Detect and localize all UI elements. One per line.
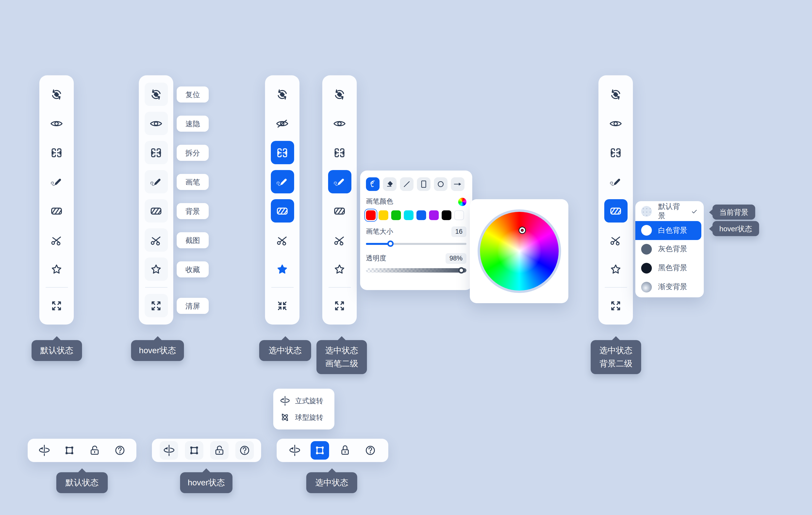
background-button[interactable] xyxy=(45,199,68,222)
menu-item-white-background[interactable]: 白色背景 xyxy=(635,221,701,240)
tool-rectangle[interactable] xyxy=(417,177,431,191)
brush-size-slider[interactable] xyxy=(366,241,466,247)
lock-button[interactable] xyxy=(336,441,354,460)
swatch-white[interactable] xyxy=(454,210,464,220)
tooltip-brush: 画笔 xyxy=(177,174,209,190)
reset-button[interactable] xyxy=(604,83,627,106)
lock-button[interactable] xyxy=(210,441,228,460)
split-button[interactable] xyxy=(144,141,168,164)
tool-arrow[interactable] xyxy=(451,177,464,191)
clear-screen-button[interactable] xyxy=(604,294,627,317)
swatch-red[interactable] xyxy=(366,210,376,220)
quick-hide-button[interactable] xyxy=(45,112,68,135)
tool-ellipse[interactable] xyxy=(434,177,447,191)
screenshot-button[interactable] xyxy=(328,228,351,252)
reset-icon xyxy=(275,87,290,102)
help-button[interactable] xyxy=(111,441,129,460)
eraser-icon xyxy=(384,179,395,189)
menu-item-default-background[interactable]: 默认背景 xyxy=(635,202,704,221)
opacity-slider[interactable] xyxy=(366,267,466,274)
brush-button[interactable] xyxy=(270,170,294,193)
brush-settings-panel: 画笔颜色 画笔大小 16 透明度 98% xyxy=(360,170,472,290)
split-button[interactable] xyxy=(270,141,294,164)
screenshot-button[interactable] xyxy=(45,228,68,252)
brush-icon xyxy=(148,174,164,189)
menu-item-black-background[interactable]: 黑色背景 xyxy=(635,259,704,278)
brush-button[interactable] xyxy=(144,170,168,193)
swatch-green[interactable] xyxy=(391,210,401,220)
brush-button[interactable] xyxy=(328,170,351,193)
split-button[interactable] xyxy=(328,141,351,164)
menu-item-sphere-rotation[interactable]: 球型旋转 xyxy=(279,409,328,426)
favorite-button[interactable] xyxy=(144,258,168,281)
color-wheel[interactable] xyxy=(477,209,561,293)
bottom-toolbar-default xyxy=(28,439,136,462)
side-toolbar-background-level2 xyxy=(599,75,633,325)
frame-button[interactable] xyxy=(311,441,329,460)
screenshot-button[interactable] xyxy=(604,228,627,252)
color-wheel-selector[interactable] xyxy=(519,227,525,233)
quick-hide-button[interactable] xyxy=(328,112,351,135)
split-button[interactable] xyxy=(45,141,68,164)
background-button[interactable] xyxy=(270,199,294,222)
background-menu: 默认背景 白色背景 灰色背景 黑色背景 渐变背景 xyxy=(635,201,704,297)
rotate-button[interactable] xyxy=(285,441,304,460)
swatch-black[interactable] xyxy=(442,210,452,220)
brush-size-slider-thumb[interactable] xyxy=(387,241,394,247)
tool-pen[interactable] xyxy=(366,177,380,191)
swatch-blue[interactable] xyxy=(416,210,426,220)
screenshot-button[interactable] xyxy=(270,228,294,252)
color-wheel-icon[interactable] xyxy=(458,197,466,206)
favorite-button[interactable] xyxy=(328,258,351,281)
tool-eraser[interactable] xyxy=(383,177,397,191)
help-button[interactable] xyxy=(235,441,254,460)
background-icon xyxy=(608,203,623,218)
brush-size-label: 画笔大小 xyxy=(366,227,393,236)
menu-item-vertical-rotation[interactable]: 立式旋转 xyxy=(279,392,328,409)
brush-button[interactable] xyxy=(45,170,68,193)
side-toolbar-brush-level2 xyxy=(322,75,357,325)
tool-line[interactable] xyxy=(400,177,413,191)
clear-screen-button[interactable] xyxy=(328,294,351,317)
reset-button[interactable] xyxy=(144,83,168,106)
menu-item-label: 灰色背景 xyxy=(658,245,687,254)
clear-screen-button[interactable] xyxy=(144,294,168,317)
quick-hide-button[interactable] xyxy=(270,112,294,135)
frame-button[interactable] xyxy=(185,441,203,460)
opacity-slider-thumb[interactable] xyxy=(458,267,464,274)
reset-button[interactable] xyxy=(328,83,351,106)
clear-screen-button[interactable] xyxy=(45,294,68,317)
sphere-rotation-icon xyxy=(279,411,291,423)
circle-icon xyxy=(435,179,446,189)
bottom-toolbar-hover xyxy=(152,439,261,462)
background-button[interactable] xyxy=(328,199,351,222)
screenshot-button[interactable] xyxy=(144,228,168,252)
swatch-cyan[interactable] xyxy=(404,210,413,220)
bottom-toolbar-selected xyxy=(277,439,388,462)
background-button[interactable] xyxy=(144,199,168,222)
lock-button[interactable] xyxy=(85,441,104,460)
collapse-icon xyxy=(275,298,290,313)
help-button[interactable] xyxy=(361,441,380,460)
brush-button[interactable] xyxy=(604,170,627,193)
split-button[interactable] xyxy=(604,141,627,164)
favorite-button[interactable] xyxy=(604,258,627,281)
default-background-swatch xyxy=(641,206,652,217)
menu-item-gradient-background[interactable]: 渐变背景 xyxy=(635,277,704,296)
frame-button[interactable] xyxy=(60,441,79,460)
rotate-button[interactable] xyxy=(160,441,178,460)
reset-button[interactable] xyxy=(270,83,294,106)
background-button[interactable] xyxy=(604,199,627,222)
clear-screen-button[interactable] xyxy=(270,294,294,317)
swatch-purple[interactable] xyxy=(429,210,439,220)
favorite-button[interactable] xyxy=(45,258,68,281)
menu-item-gray-background[interactable]: 灰色背景 xyxy=(635,240,704,259)
tooltip-background: 背景 xyxy=(177,203,209,219)
quick-hide-button[interactable] xyxy=(144,112,168,135)
rotate-button[interactable] xyxy=(35,441,53,460)
quick-hide-button[interactable] xyxy=(604,112,627,135)
swatch-yellow[interactable] xyxy=(379,210,388,220)
reset-button[interactable] xyxy=(45,83,68,106)
favorite-button[interactable] xyxy=(270,258,294,281)
rotation-menu: 立式旋转 球型旋转 xyxy=(273,389,335,430)
